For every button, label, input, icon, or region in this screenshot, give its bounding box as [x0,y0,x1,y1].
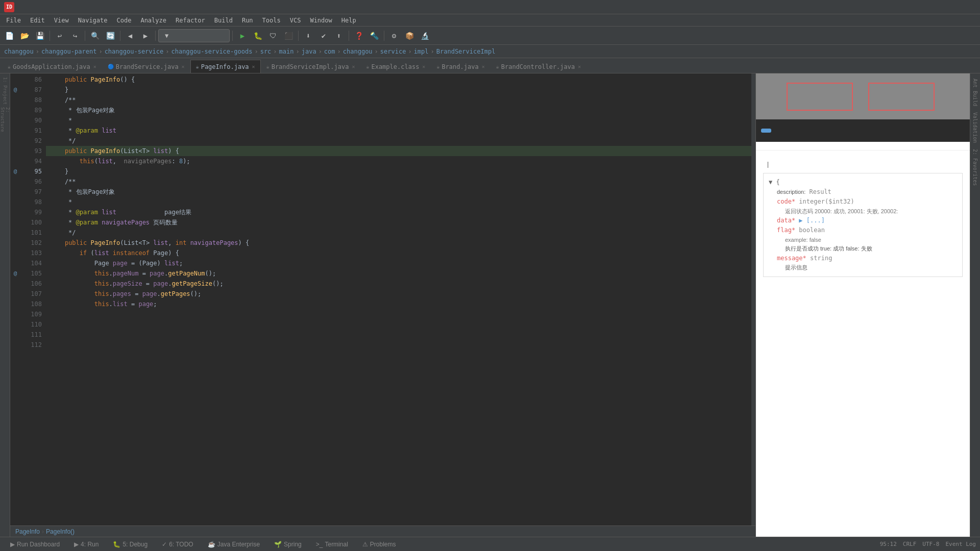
breadcrumb-item-8[interactable]: changgou [343,48,373,55]
menu-code[interactable]: Code [113,15,136,26]
toolbar-file-new[interactable]: 📄 [2,29,16,43]
status-encoding[interactable]: UTF-8 [922,541,939,547]
inspect-code[interactable]: 🔬 [418,29,432,43]
menu-vcs[interactable]: VCS [286,15,305,26]
tab-BrandService-java[interactable]: 🔵 BrandService.java ✕ [102,60,190,73]
service-button[interactable] [868,83,935,111]
bottom-tab-3[interactable]: ✓ 6: TODO [156,538,200,551]
minimize-button[interactable] [901,0,925,14]
toolbar-redo[interactable]: ↪ [68,29,82,43]
controller-button[interactable] [787,83,853,111]
breadcrumb-item-4[interactable]: src [260,48,272,55]
tab-close-6[interactable]: ✕ [578,64,581,69]
bottom-tab-1[interactable]: ▶ 4: Run [68,538,105,551]
window-controls [901,0,976,14]
code-path-constructor[interactable]: PageInfo() [46,528,75,535]
tab-close-0[interactable]: ✕ [93,64,96,69]
menu-build[interactable]: Build [210,15,237,26]
bottom-tab-6[interactable]: >_ Terminal [310,538,354,551]
tab-Brand-java[interactable]: ☕ Brand.java ✕ [431,60,490,73]
http-method-badge[interactable] [761,129,771,133]
run-config-dropdown[interactable]: ▼ [158,29,230,42]
menu-edit[interactable]: Edit [26,15,49,26]
bottom-tab-2[interactable]: 🐛 5: Debug [107,538,154,551]
tab-Example-class[interactable]: ☕ Example.class ✕ [360,60,431,73]
menu-refactor[interactable]: Refactor [172,15,209,26]
favorites-tab[interactable]: 2: Favorites [971,146,979,189]
bottom-tab-label-1: 4: Run [81,541,99,548]
breadcrumb-item-7[interactable]: com [324,48,335,55]
sidebar-structure-tab[interactable]: 2: Structure [1,107,10,138]
toolbar-back[interactable]: ◀ [123,29,137,43]
title-bar: ID [0,0,980,14]
find-action[interactable]: 🔦 [367,29,381,43]
sdk-config[interactable]: 📦 [402,29,416,43]
tab-icon-2: ☕ [196,64,199,69]
toolbar-forward[interactable]: ▶ [138,29,153,43]
code-line-94: */ [46,136,751,146]
menu-run[interactable]: Run [238,15,257,26]
code-content[interactable]: public PageInfo() { } /** * 包装Page对象 * *… [46,73,751,525]
event-log-link[interactable]: Event Log [945,541,976,547]
breadcrumb-bar: changgou›changgou-parent›changgou-servic… [0,45,980,58]
tab-GoodsApplication-java[interactable]: ☕ GoodsApplication.java ✕ [2,60,102,73]
menu-file[interactable]: File [2,15,25,26]
breadcrumb-item-9[interactable]: service [380,48,406,55]
breadcrumb-item-11[interactable]: BrandServiceImpl [436,48,496,55]
settings-button[interactable]: ⚙ [387,29,401,43]
menu-window[interactable]: Window [306,15,336,26]
git-commit[interactable]: ✔ [316,29,331,43]
stop-button[interactable]: ⬛ [281,29,296,43]
breadcrumb-item-5[interactable]: main [279,48,294,55]
git-update[interactable]: ⬇ [301,29,315,43]
code-line-90: /** [46,95,751,105]
breadcrumb-item-1[interactable]: changgou-parent [41,48,96,55]
close-button[interactable] [952,0,976,14]
breadcrumb-item-10[interactable]: impl [414,48,429,55]
breadcrumb-item-0[interactable]: changgou [4,48,34,55]
gutter-line-106 [10,279,20,289]
ant-build-tab[interactable]: Ant Build [971,76,979,109]
bottom-tab-4[interactable]: ☕ Java Enterprise [202,538,266,551]
tab-close-3[interactable]: ✕ [352,64,355,69]
debug-button[interactable]: 🐛 [251,29,265,43]
tab-close-5[interactable]: ✕ [482,64,485,69]
toolbar-undo[interactable]: ↩ [53,29,67,43]
tab-BrandController-java[interactable]: ☕ BrandController.java ✕ [491,60,587,73]
tab-close-2[interactable]: ✕ [252,64,255,69]
toolbar-replace[interactable]: 🔄 [103,29,117,43]
code-line-105: public PageInfo(List<T> list, int naviga… [46,238,751,248]
maximize-button[interactable] [927,0,950,14]
sidebar-project-tab[interactable]: 1: Project [1,76,10,106]
toolbar-search[interactable]: 🔍 [88,29,102,43]
run-with-coverage[interactable]: 🛡 [266,29,280,43]
gutter-line-95: @ [10,166,20,177]
tab-icon-5: ☕ [436,64,439,69]
tab-close-4[interactable]: ✕ [422,64,425,69]
toolbar-open[interactable]: 📂 [17,29,32,43]
tab-BrandServiceImpl-java[interactable]: ☕ BrandServiceImpl.java ✕ [261,60,361,73]
bottom-tab-label-6: Terminal [325,541,348,548]
editor-scrollbar[interactable] [751,73,755,525]
toolbar-save[interactable]: 💾 [33,29,47,43]
menu-view[interactable]: View [50,15,73,26]
bottom-tab-5[interactable]: 🌱 Spring [268,538,308,551]
tab-PageInfo-java[interactable]: ☕ PageInfo.java ✕ [190,60,261,73]
code-path-pageinfo[interactable]: PageInfo [15,528,40,535]
bottom-tab-0[interactable]: ▶ Run Dashboard [4,538,66,551]
status-line-col: 95:12 [880,541,897,547]
breadcrumb-item-6[interactable]: java [302,48,316,55]
git-push[interactable]: ⬆ [332,29,346,43]
gutter-line-94 [10,156,20,166]
help-button[interactable]: ❓ [352,29,366,43]
run-button[interactable]: ▶ [235,29,250,43]
menu-help[interactable]: Help [337,15,360,26]
menu-analyze[interactable]: Analyze [136,15,170,26]
bottom-tab-7[interactable]: ⚠ Problems [356,538,402,551]
validation-tab[interactable]: Validation [971,109,979,146]
breadcrumb-item-3[interactable]: changgou-service-goods [171,48,252,55]
breadcrumb-item-2[interactable]: changgou-service [105,48,164,55]
tab-close-1[interactable]: ✕ [182,64,185,69]
menu-navigate[interactable]: Navigate [74,15,112,26]
menu-tools[interactable]: Tools [258,15,285,26]
